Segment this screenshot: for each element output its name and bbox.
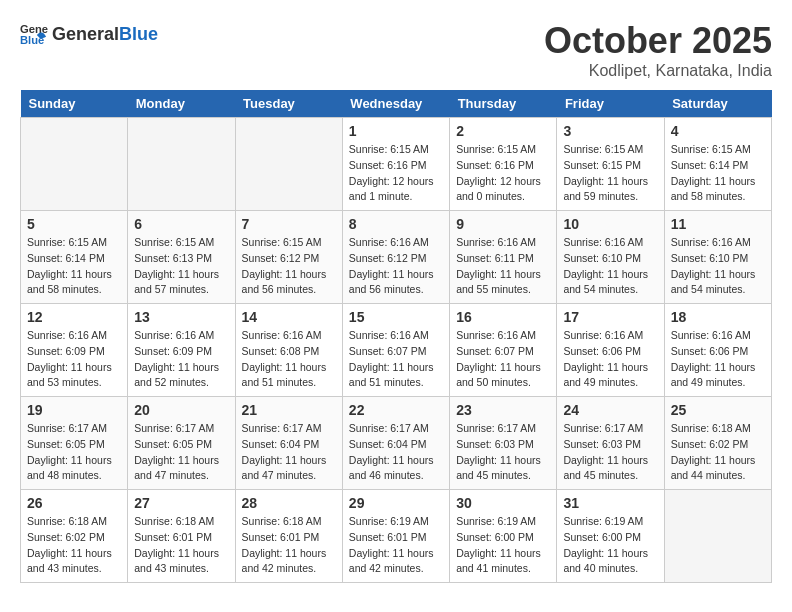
calendar-cell: 16Sunrise: 6:16 AMSunset: 6:07 PMDayligh… xyxy=(450,304,557,397)
day-info: Sunrise: 6:16 AMSunset: 6:10 PMDaylight:… xyxy=(671,235,765,298)
calendar-cell: 26Sunrise: 6:18 AMSunset: 6:02 PMDayligh… xyxy=(21,490,128,583)
day-info: Sunrise: 6:16 AMSunset: 6:09 PMDaylight:… xyxy=(27,328,121,391)
calendar-cell: 5Sunrise: 6:15 AMSunset: 6:14 PMDaylight… xyxy=(21,211,128,304)
day-info: Sunrise: 6:18 AMSunset: 6:02 PMDaylight:… xyxy=(27,514,121,577)
calendar-cell: 29Sunrise: 6:19 AMSunset: 6:01 PMDayligh… xyxy=(342,490,449,583)
calendar-cell: 14Sunrise: 6:16 AMSunset: 6:08 PMDayligh… xyxy=(235,304,342,397)
calendar-cell: 6Sunrise: 6:15 AMSunset: 6:13 PMDaylight… xyxy=(128,211,235,304)
day-number: 7 xyxy=(242,216,336,232)
day-info: Sunrise: 6:15 AMSunset: 6:16 PMDaylight:… xyxy=(456,142,550,205)
calendar-cell: 25Sunrise: 6:18 AMSunset: 6:02 PMDayligh… xyxy=(664,397,771,490)
calendar-cell xyxy=(664,490,771,583)
calendar-cell: 23Sunrise: 6:17 AMSunset: 6:03 PMDayligh… xyxy=(450,397,557,490)
week-row-1: 1Sunrise: 6:15 AMSunset: 6:16 PMDaylight… xyxy=(21,118,772,211)
day-number: 9 xyxy=(456,216,550,232)
day-number: 24 xyxy=(563,402,657,418)
header: General Blue GeneralBlue October 2025 Ko… xyxy=(20,20,772,80)
logo-blue-text: Blue xyxy=(119,24,158,45)
day-number: 6 xyxy=(134,216,228,232)
day-info: Sunrise: 6:18 AMSunset: 6:01 PMDaylight:… xyxy=(134,514,228,577)
day-number: 14 xyxy=(242,309,336,325)
day-number: 3 xyxy=(563,123,657,139)
day-number: 22 xyxy=(349,402,443,418)
day-info: Sunrise: 6:17 AMSunset: 6:05 PMDaylight:… xyxy=(27,421,121,484)
month-title: October 2025 xyxy=(544,20,772,62)
weekday-header-wednesday: Wednesday xyxy=(342,90,449,118)
weekday-header-friday: Friday xyxy=(557,90,664,118)
day-number: 23 xyxy=(456,402,550,418)
day-info: Sunrise: 6:16 AMSunset: 6:11 PMDaylight:… xyxy=(456,235,550,298)
calendar-cell xyxy=(128,118,235,211)
calendar-cell: 28Sunrise: 6:18 AMSunset: 6:01 PMDayligh… xyxy=(235,490,342,583)
calendar-cell: 19Sunrise: 6:17 AMSunset: 6:05 PMDayligh… xyxy=(21,397,128,490)
calendar-cell: 20Sunrise: 6:17 AMSunset: 6:05 PMDayligh… xyxy=(128,397,235,490)
calendar-cell: 9Sunrise: 6:16 AMSunset: 6:11 PMDaylight… xyxy=(450,211,557,304)
day-number: 21 xyxy=(242,402,336,418)
calendar-cell: 31Sunrise: 6:19 AMSunset: 6:00 PMDayligh… xyxy=(557,490,664,583)
weekday-header-row: SundayMondayTuesdayWednesdayThursdayFrid… xyxy=(21,90,772,118)
calendar-cell: 7Sunrise: 6:15 AMSunset: 6:12 PMDaylight… xyxy=(235,211,342,304)
day-number: 12 xyxy=(27,309,121,325)
calendar-cell: 11Sunrise: 6:16 AMSunset: 6:10 PMDayligh… xyxy=(664,211,771,304)
day-number: 30 xyxy=(456,495,550,511)
day-number: 27 xyxy=(134,495,228,511)
day-number: 20 xyxy=(134,402,228,418)
calendar-cell: 22Sunrise: 6:17 AMSunset: 6:04 PMDayligh… xyxy=(342,397,449,490)
day-number: 25 xyxy=(671,402,765,418)
calendar-cell: 10Sunrise: 6:16 AMSunset: 6:10 PMDayligh… xyxy=(557,211,664,304)
day-number: 10 xyxy=(563,216,657,232)
day-info: Sunrise: 6:16 AMSunset: 6:10 PMDaylight:… xyxy=(563,235,657,298)
day-number: 16 xyxy=(456,309,550,325)
location-subtitle: Kodlipet, Karnataka, India xyxy=(544,62,772,80)
day-info: Sunrise: 6:18 AMSunset: 6:02 PMDaylight:… xyxy=(671,421,765,484)
weekday-header-sunday: Sunday xyxy=(21,90,128,118)
weekday-header-monday: Monday xyxy=(128,90,235,118)
calendar-cell: 21Sunrise: 6:17 AMSunset: 6:04 PMDayligh… xyxy=(235,397,342,490)
calendar-cell: 2Sunrise: 6:15 AMSunset: 6:16 PMDaylight… xyxy=(450,118,557,211)
calendar-cell: 1Sunrise: 6:15 AMSunset: 6:16 PMDaylight… xyxy=(342,118,449,211)
title-area: October 2025 Kodlipet, Karnataka, India xyxy=(544,20,772,80)
day-info: Sunrise: 6:15 AMSunset: 6:13 PMDaylight:… xyxy=(134,235,228,298)
day-number: 15 xyxy=(349,309,443,325)
week-row-4: 19Sunrise: 6:17 AMSunset: 6:05 PMDayligh… xyxy=(21,397,772,490)
week-row-3: 12Sunrise: 6:16 AMSunset: 6:09 PMDayligh… xyxy=(21,304,772,397)
calendar-cell: 3Sunrise: 6:15 AMSunset: 6:15 PMDaylight… xyxy=(557,118,664,211)
day-info: Sunrise: 6:16 AMSunset: 6:08 PMDaylight:… xyxy=(242,328,336,391)
svg-text:Blue: Blue xyxy=(20,34,44,46)
calendar-cell: 30Sunrise: 6:19 AMSunset: 6:00 PMDayligh… xyxy=(450,490,557,583)
week-row-5: 26Sunrise: 6:18 AMSunset: 6:02 PMDayligh… xyxy=(21,490,772,583)
calendar-cell xyxy=(235,118,342,211)
day-info: Sunrise: 6:15 AMSunset: 6:12 PMDaylight:… xyxy=(242,235,336,298)
calendar-cell: 18Sunrise: 6:16 AMSunset: 6:06 PMDayligh… xyxy=(664,304,771,397)
day-info: Sunrise: 6:17 AMSunset: 6:04 PMDaylight:… xyxy=(349,421,443,484)
day-info: Sunrise: 6:16 AMSunset: 6:12 PMDaylight:… xyxy=(349,235,443,298)
day-info: Sunrise: 6:15 AMSunset: 6:15 PMDaylight:… xyxy=(563,142,657,205)
day-number: 1 xyxy=(349,123,443,139)
week-row-2: 5Sunrise: 6:15 AMSunset: 6:14 PMDaylight… xyxy=(21,211,772,304)
day-info: Sunrise: 6:17 AMSunset: 6:03 PMDaylight:… xyxy=(456,421,550,484)
day-number: 29 xyxy=(349,495,443,511)
day-info: Sunrise: 6:15 AMSunset: 6:14 PMDaylight:… xyxy=(671,142,765,205)
calendar-cell: 15Sunrise: 6:16 AMSunset: 6:07 PMDayligh… xyxy=(342,304,449,397)
calendar-cell: 27Sunrise: 6:18 AMSunset: 6:01 PMDayligh… xyxy=(128,490,235,583)
calendar-cell: 4Sunrise: 6:15 AMSunset: 6:14 PMDaylight… xyxy=(664,118,771,211)
weekday-header-thursday: Thursday xyxy=(450,90,557,118)
day-info: Sunrise: 6:16 AMSunset: 6:07 PMDaylight:… xyxy=(349,328,443,391)
day-info: Sunrise: 6:19 AMSunset: 6:00 PMDaylight:… xyxy=(456,514,550,577)
day-info: Sunrise: 6:17 AMSunset: 6:05 PMDaylight:… xyxy=(134,421,228,484)
calendar-cell xyxy=(21,118,128,211)
calendar-cell: 12Sunrise: 6:16 AMSunset: 6:09 PMDayligh… xyxy=(21,304,128,397)
day-number: 17 xyxy=(563,309,657,325)
day-number: 19 xyxy=(27,402,121,418)
day-info: Sunrise: 6:16 AMSunset: 6:06 PMDaylight:… xyxy=(671,328,765,391)
day-number: 13 xyxy=(134,309,228,325)
day-number: 18 xyxy=(671,309,765,325)
logo-general-text: General xyxy=(52,24,119,45)
day-number: 31 xyxy=(563,495,657,511)
day-number: 4 xyxy=(671,123,765,139)
day-info: Sunrise: 6:16 AMSunset: 6:09 PMDaylight:… xyxy=(134,328,228,391)
day-number: 2 xyxy=(456,123,550,139)
day-info: Sunrise: 6:19 AMSunset: 6:00 PMDaylight:… xyxy=(563,514,657,577)
calendar-cell: 8Sunrise: 6:16 AMSunset: 6:12 PMDaylight… xyxy=(342,211,449,304)
day-number: 11 xyxy=(671,216,765,232)
